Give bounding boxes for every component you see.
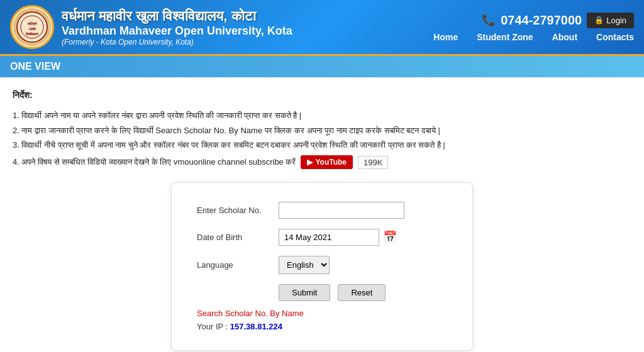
scholar-row: Enter Scholar No. bbox=[197, 202, 447, 219]
svg-text:विश्वविद्यालय: विश्वविद्यालय bbox=[25, 32, 39, 36]
instructions-heading: निर्देश: bbox=[13, 87, 631, 103]
form-card: Enter Scholar No. Date of Birth 📅 Langua… bbox=[171, 182, 473, 351]
reset-button[interactable]: Reset bbox=[338, 284, 386, 301]
submit-button[interactable]: Submit bbox=[279, 284, 330, 301]
dob-input-group: 📅 bbox=[279, 229, 397, 246]
language-label: Language bbox=[197, 260, 272, 270]
main-content: निर्देश: 1. विद्यार्थी अपने नाम या अपने … bbox=[0, 77, 644, 352]
phone-number: 0744-2797000 bbox=[501, 13, 582, 28]
sub-title: (Formerly - Kota Open University, Kota) bbox=[62, 38, 292, 47]
login-label: Login bbox=[606, 16, 626, 25]
search-by-name-link[interactable]: Search Scholar No. By Name bbox=[197, 309, 447, 318]
lock-icon: 🔒 bbox=[594, 16, 604, 25]
university-logo: वर्धमान महावीर विश्वविद्यालय bbox=[10, 5, 54, 49]
ip-label: Your IP : bbox=[197, 322, 228, 331]
header-left: वर्धमान महावीर विश्वविद्यालय वर्धमान महा… bbox=[10, 5, 292, 49]
youtube-play-icon: ▶ bbox=[307, 158, 313, 167]
dob-label: Date of Birth bbox=[197, 233, 272, 242]
ip-value: 157.38.81.224 bbox=[230, 322, 282, 331]
language-row: Language English Hindi bbox=[197, 256, 447, 274]
nav-about[interactable]: About bbox=[552, 32, 577, 42]
svg-text:वर्धमान: वर्धमान bbox=[27, 21, 37, 26]
login-button[interactable]: 🔒 Login bbox=[587, 13, 634, 28]
nav-contacts[interactable]: Contacts bbox=[596, 32, 634, 42]
header-title-block: वर्धमान महावीर खुला विश्वविद्यालय, कोटा … bbox=[62, 8, 292, 47]
header-right: 📞 0744-2797000 🔒 Login Home Student Zone… bbox=[433, 13, 634, 42]
phone-row: 📞 0744-2797000 🔒 Login bbox=[482, 13, 634, 28]
instruction-line-1: 1. विद्यार्थी अपने नाम या अपने स्कॉलर नं… bbox=[13, 108, 631, 123]
nav-bar: Home Student Zone About Contacts bbox=[433, 32, 634, 42]
svg-text:महावीर: महावीर bbox=[28, 27, 36, 31]
eng-title: Vardhman Mahaveer Open University, Kota bbox=[62, 25, 292, 38]
nav-home[interactable]: Home bbox=[433, 32, 458, 42]
nav-student-zone[interactable]: Student Zone bbox=[477, 32, 533, 42]
section-bar: ONE VIEW bbox=[0, 56, 644, 77]
youtube-count: 199K bbox=[358, 156, 388, 169]
section-bar-title: ONE VIEW bbox=[10, 61, 60, 72]
phone-icon: 📞 bbox=[482, 13, 496, 27]
logo-inner: वर्धमान महावीर विश्वविद्यालय bbox=[13, 8, 51, 46]
youtube-label: YouTube bbox=[315, 158, 347, 167]
youtube-row: 4. अपने विषय से सम्बंधित विडियो व्याख्या… bbox=[13, 155, 631, 169]
hindi-title: वर्धमान महावीर खुला विश्वविद्यालय, कोटा bbox=[62, 8, 292, 25]
button-row: Submit Reset bbox=[279, 284, 447, 301]
calendar-icon[interactable]: 📅 bbox=[383, 230, 397, 244]
scholar-label: Enter Scholar No. bbox=[197, 206, 272, 215]
language-select[interactable]: English Hindi bbox=[279, 256, 330, 274]
instruction-line-2: 2. नाम द्वारा जानकारी प्राप्त करने के लि… bbox=[13, 123, 631, 138]
scholar-input[interactable] bbox=[279, 202, 404, 219]
header: वर्धमान महावीर विश्वविद्यालय वर्धमान महा… bbox=[0, 0, 644, 56]
dob-input[interactable] bbox=[279, 229, 379, 246]
instruction-line-4: 4. अपने विषय से सम्बंधित विडियो व्याख्या… bbox=[13, 155, 296, 169]
youtube-button[interactable]: ▶ YouTube bbox=[301, 155, 353, 169]
dob-row: Date of Birth 📅 bbox=[197, 229, 447, 246]
instructions: निर्देश: 1. विद्यार्थी अपने नाम या अपने … bbox=[13, 87, 631, 170]
instruction-line-3: 3. विद्यार्थी नीचे प्राप्त सूची में अपना… bbox=[13, 138, 631, 152]
ip-row: Your IP : 157.38.81.224 bbox=[197, 322, 447, 331]
